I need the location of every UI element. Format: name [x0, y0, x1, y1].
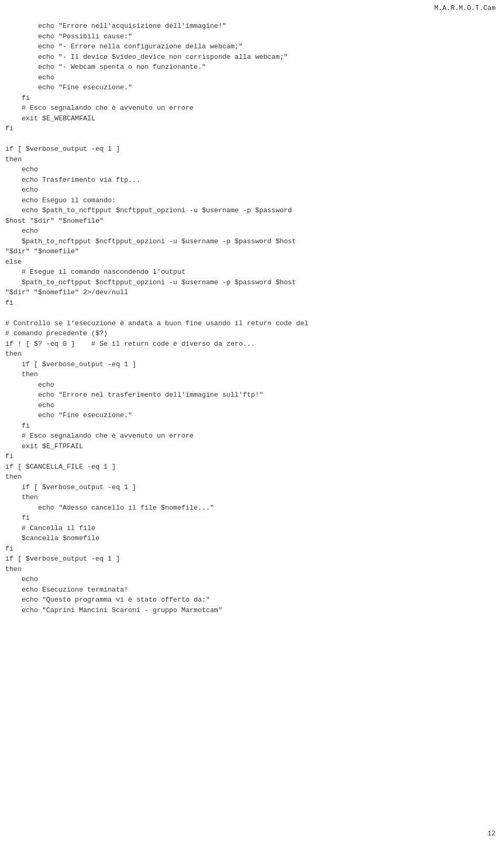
header-title: M.A.R.M.O.T.Cam [434, 4, 496, 12]
page-number: 12 [487, 830, 496, 837]
code-content: echo "Errore nell'acquisizione dell'imma… [5, 21, 499, 615]
code-container: echo "Errore nell'acquisizione dell'imma… [0, 21, 504, 615]
